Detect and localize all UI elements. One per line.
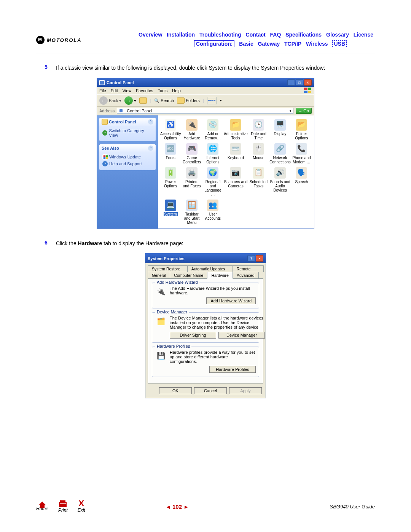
cp-item-internet-options[interactable]: 🌐Internet Options: [203, 142, 223, 165]
nav-tcpip[interactable]: TCP/IP: [284, 41, 301, 47]
menu-edit[interactable]: Edit: [111, 88, 118, 93]
cp-item-scheduled-tasks[interactable]: 📋Scheduled Tasks: [249, 166, 269, 197]
nav-troubleshooting[interactable]: Troubleshooting: [199, 32, 241, 38]
item-icon: 📞: [296, 143, 307, 155]
close-button[interactable]: ×: [304, 79, 312, 86]
tab-remote[interactable]: Remote: [233, 265, 264, 272]
maximize-button[interactable]: □: [296, 79, 303, 86]
nav-license[interactable]: License: [354, 32, 373, 38]
help-button[interactable]: ?: [247, 255, 255, 262]
cp-item-fonts[interactable]: 🔤Fonts: [160, 142, 181, 165]
footer-print[interactable]: Print: [58, 500, 68, 513]
help-icon: ?: [102, 161, 108, 166]
cp-item-phone-and-modem[interactable]: 📞Phone and Modem …: [292, 142, 312, 165]
collapse-icon-2[interactable]: ⌃: [148, 145, 153, 151]
forward-button[interactable]: → ▾: [124, 96, 136, 105]
nav-installation[interactable]: Installation: [167, 32, 195, 38]
step-6-post: tab to display the Hardware page:: [102, 240, 183, 246]
next-page-arrow[interactable]: ►: [183, 504, 189, 510]
tab-advanced[interactable]: Advanced: [233, 272, 259, 278]
cp-item-system[interactable]: 💻System: [160, 199, 181, 225]
cp-item-printers-and-faxes[interactable]: 🖨️Printers and Faxes: [182, 166, 202, 197]
cp-item-user-accounts[interactable]: 👥User Accounts: [203, 199, 223, 225]
nav-specifications[interactable]: Specifications: [285, 32, 322, 38]
item-label: Display: [274, 132, 287, 136]
address-dropdown-icon[interactable]: ▾: [290, 109, 292, 113]
cp-item-power-options[interactable]: 🔋Power Options: [160, 166, 181, 197]
item-label: Administrative Tools: [224, 132, 248, 140]
item-label: Scheduled Tasks: [250, 180, 268, 188]
windows-update-link[interactable]: Windows Update: [102, 153, 153, 160]
switch-category-view-link[interactable]: Switch to Category View: [102, 128, 153, 138]
cp-item-add-or-remov[interactable]: 💿Add or Remov…: [203, 118, 223, 141]
item-icon: 💻: [165, 200, 176, 211]
cancel-button[interactable]: Cancel: [194, 387, 227, 394]
folders-button[interactable]: Folders: [177, 97, 200, 104]
exit-label: Exit: [78, 508, 85, 513]
nav-contact[interactable]: Contact: [246, 32, 266, 38]
cp-item-keyboard[interactable]: ⌨️Keyboard: [224, 142, 248, 165]
cp-item-display[interactable]: 🖥️Display: [269, 118, 291, 141]
tab-general[interactable]: General: [148, 272, 170, 278]
cp-item-regional-and-language[interactable]: 🌍Regional and Language …: [203, 166, 223, 197]
go-button[interactable]: Go: [296, 108, 312, 114]
nav-row-1: Overview Installation Troubleshooting Co…: [137, 30, 375, 39]
item-icon: 📋: [253, 167, 264, 179]
nav-wireless[interactable]: Wireless: [306, 41, 328, 47]
nav-row-2: Configuration: Basic Gateway TCP/IP Wire…: [137, 40, 375, 48]
cp-item-date-and-time[interactable]: 🕒Date and Time: [249, 118, 269, 141]
cp-item-add-hardware[interactable]: 🔌Add Hardware: [182, 118, 202, 141]
collapse-icon[interactable]: ⌃: [148, 119, 153, 125]
sp-titlebar: System Properties ? ×: [145, 254, 266, 263]
device-manager-button[interactable]: Device Manager: [218, 332, 265, 339]
nav-configuration[interactable]: Configuration:: [194, 40, 234, 47]
nav-gateway[interactable]: Gateway: [258, 41, 280, 47]
prev-page-arrow[interactable]: ◄: [166, 504, 171, 510]
item-label: Sounds and Audio Devices: [270, 180, 290, 192]
cp-item-speech[interactable]: 🗣️Speech: [292, 166, 312, 197]
cp-item-scanners-and-cameras[interactable]: 📷Scanners and Cameras: [224, 166, 248, 197]
hardware-wizard-icon: 🔌: [155, 286, 167, 297]
menu-view[interactable]: View: [123, 88, 132, 93]
menu-help[interactable]: Help: [172, 88, 181, 93]
tab-automatic-updates[interactable]: Automatic Updates: [187, 265, 233, 272]
item-label: Internet Options: [206, 156, 219, 164]
cp-item-mouse[interactable]: 🖱️Mouse: [249, 142, 269, 165]
ok-button[interactable]: OK: [159, 387, 192, 394]
footer-exit[interactable]: XExit: [78, 500, 85, 513]
tab-computer-name[interactable]: Computer Name: [170, 272, 207, 278]
folders-icon: [177, 97, 185, 104]
cp-item-sounds-and-audio-devices[interactable]: 🔊Sounds and Audio Devices: [269, 166, 291, 197]
tab-system-restore[interactable]: System Restore: [148, 265, 188, 272]
menu-tools[interactable]: Tools: [158, 88, 168, 93]
apply-button[interactable]: Apply: [229, 387, 262, 394]
nav-usb[interactable]: USB: [332, 40, 347, 47]
tab-hardware[interactable]: Hardware: [207, 272, 233, 279]
hardware-profiles-button[interactable]: Hardware Profiles: [209, 366, 256, 373]
address-input[interactable]: Control Panel ▾: [117, 108, 293, 114]
cp-item-folder-options[interactable]: 📂Folder Options: [292, 118, 312, 141]
nav-faq[interactable]: FAQ: [270, 32, 281, 38]
cp-item-administrative-tools[interactable]: 📁Administrative Tools: [224, 118, 248, 141]
menu-favorites[interactable]: Favorites: [136, 88, 153, 93]
help-support-link[interactable]: ?Help and Support: [102, 160, 153, 167]
footer-home[interactable]: Home: [36, 502, 48, 511]
add-hardware-wizard-button[interactable]: Add Hardware Wizard: [206, 297, 256, 304]
cp-item-taskbar-and-start-menu[interactable]: 🪟Taskbar and Start Menu: [182, 199, 202, 225]
nav-glossary[interactable]: Glossary: [326, 32, 349, 38]
menu-file[interactable]: File: [99, 88, 106, 93]
search-button[interactable]: 🔍 Search: [154, 98, 174, 103]
back-button[interactable]: ←Back ▾: [99, 96, 121, 105]
view-mode-button[interactable]: [207, 97, 217, 104]
cp-item-game-controllers[interactable]: 🎮Game Controllers: [182, 142, 202, 165]
up-button[interactable]: [139, 97, 147, 104]
item-label: Taskbar and Start Menu: [184, 212, 200, 225]
cp-item-network-connections[interactable]: 🔗Network Connections: [269, 142, 291, 165]
sp-close-button[interactable]: ×: [256, 255, 263, 262]
driver-signing-button[interactable]: Driver Signing: [170, 332, 216, 339]
nav-basic[interactable]: Basic: [239, 41, 253, 47]
control-panel-icon: [99, 80, 105, 85]
nav-overview[interactable]: Overview: [139, 32, 162, 38]
minimize-button[interactable]: _: [287, 79, 295, 86]
cp-item-accessibility-options[interactable]: ♿Accessibility Options: [160, 118, 181, 141]
